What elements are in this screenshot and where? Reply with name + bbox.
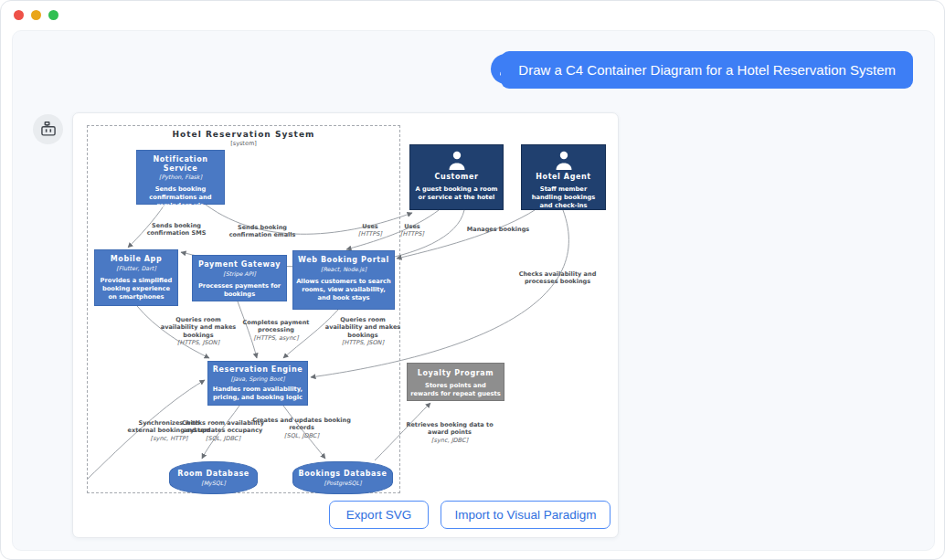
minimize-window-icon[interactable]	[31, 10, 41, 20]
node-title: Web Booking Portal	[293, 256, 394, 265]
node-title: Mobile App	[95, 255, 177, 264]
robot-icon	[39, 121, 58, 139]
system-boundary-subtitle: [system]	[88, 140, 399, 147]
edge-label: Uses[HTTPS]	[392, 223, 432, 238]
node-mobile-app: Mobile App [Flutter, Dart] Provides a si…	[94, 249, 178, 306]
edge-label: Uses[HTTPS]	[350, 223, 390, 238]
edge-label: Checks availability and processes bookin…	[517, 270, 598, 286]
window-controls	[14, 10, 58, 20]
node-title: Bookings Database	[293, 470, 392, 479]
node-web-booking-portal: Web Booking Portal [React, Node.js] Allo…	[292, 250, 395, 310]
node-desc: Handles room availability, pricing, and …	[208, 386, 307, 402]
edge-label: Sends booking confirmation SMS	[136, 222, 217, 238]
close-window-icon[interactable]	[14, 10, 24, 20]
node-reservation-engine: Reservation Engine [Java, Spring Boot] H…	[207, 361, 308, 406]
node-room-database: Room Database [MySQL]	[169, 461, 258, 494]
edge-label: Creates and updates booking records[SQL,…	[252, 417, 351, 439]
bot-avatar	[33, 114, 63, 144]
node-title: Room Database	[170, 470, 257, 479]
node-desc: A guest booking a room or service at the…	[410, 185, 503, 202]
person-icon	[446, 151, 468, 171]
node-title: Payment Gateway	[193, 260, 286, 269]
import-visual-paradigm-button[interactable]: Import to Visual Paradigm	[441, 501, 611, 529]
diagram-card: Hotel Reservation System [system] Notifi…	[72, 112, 619, 538]
node-tech: [Python, Flask]	[137, 174, 224, 180]
node-title: Notification Service	[137, 155, 224, 173]
node-desc: Staff member handling bookings and check…	[522, 185, 605, 210]
node-hotel-agent: Hotel Agent Staff member handling bookin…	[521, 144, 606, 210]
node-desc: Processes payments for bookings	[193, 282, 286, 299]
node-desc: Allows customers to search rooms, view a…	[293, 278, 394, 302]
node-desc: Sends booking confirmations and reminder…	[137, 185, 224, 218]
edge-label: Queries room availability and makes book…	[159, 316, 238, 347]
edge-label: Manages bookings	[448, 226, 548, 233]
node-loyalty-program: Loyalty Program Stores points and reward…	[407, 363, 504, 401]
node-desc: Provides a simplified booking experience…	[95, 277, 177, 301]
node-bookings-database: Bookings Database [PostgreSQL]	[292, 461, 393, 494]
node-tech: [Java, Spring Boot]	[208, 375, 307, 382]
node-payment-gateway: Payment Gateway [Stripe API] Processes p…	[192, 255, 287, 301]
zoom-window-icon[interactable]	[48, 10, 58, 20]
app-window: Draw a C4 Container Diagram for a Hotel …	[0, 0, 945, 560]
node-title: Loyalty Program	[408, 369, 504, 378]
node-title: Reservation Engine	[208, 365, 307, 375]
node-title: Customer	[410, 173, 503, 182]
node-tech: [Stripe API]	[193, 270, 286, 277]
node-tech: [PostgreSQL]	[293, 480, 392, 486]
edge-label: Sends booking confirmation emails	[218, 224, 306, 239]
node-notification-service: Notification Service [Python, Flask] Sen…	[136, 150, 225, 205]
edge-label: Retrieves booking data to award points[s…	[398, 421, 501, 444]
node-tech: [MySQL]	[170, 480, 257, 486]
node-customer: Customer A guest booking a room or servi…	[409, 144, 504, 210]
system-boundary-title: Hotel Reservation System	[88, 130, 399, 139]
node-tech: [Flutter, Dart]	[95, 265, 177, 271]
node-desc: Stores points and rewards for repeat gue…	[408, 382, 504, 398]
edge-label: Completes payment processing[HTTPS, asyn…	[232, 319, 320, 342]
export-svg-button[interactable]: Export SVG	[329, 501, 429, 529]
person-icon	[553, 151, 575, 171]
edge-label: Queries room availability and makes book…	[324, 316, 402, 347]
chat-message-bubble: Draw a C4 Container Diagram for a Hotel …	[501, 51, 913, 89]
node-tech: [React, Node.js]	[293, 266, 394, 272]
node-title: Hotel Agent	[522, 173, 605, 182]
